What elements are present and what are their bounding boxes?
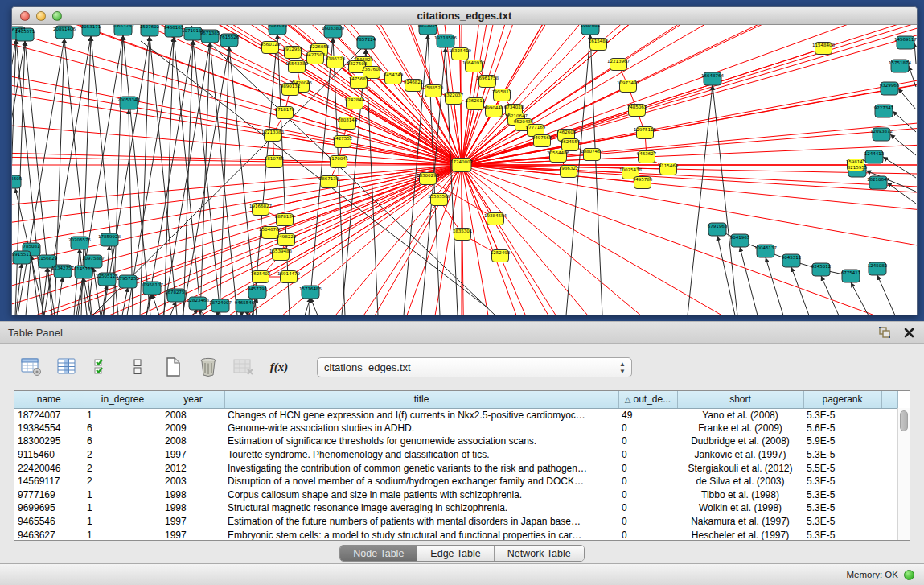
zoom-window-button[interactable] — [52, 11, 62, 21]
network-canvas[interactable]: 2063051140557120891406205317110653287152… — [12, 25, 917, 315]
svg-text:2226058: 2226058 — [310, 44, 330, 49]
svg-text:15533509: 15533509 — [428, 194, 450, 199]
svg-text:10653287: 10653287 — [112, 25, 134, 28]
svg-text:8322037: 8322037 — [444, 93, 464, 97]
table-selector-dropdown[interactable]: citations_edges.txt ▲▼ — [317, 357, 632, 377]
row-selection-button[interactable] — [90, 356, 114, 378]
close-panel-icon[interactable] — [901, 326, 916, 339]
column-header-short[interactable]: short — [677, 391, 803, 408]
column-header-name[interactable]: name — [14, 391, 84, 408]
table-row[interactable]: 1456911722003Disruption of a novel membe… — [14, 475, 897, 488]
float-panel-icon[interactable] — [877, 326, 892, 339]
cell-year: 1997 — [162, 448, 224, 462]
svg-text:19166827: 19166827 — [249, 204, 272, 208]
column-header-title[interactable]: title — [224, 391, 618, 408]
svg-text:15751874: 15751874 — [889, 60, 911, 65]
svg-text:9890132: 9890132 — [281, 84, 301, 89]
scrollbar-thumb[interactable] — [900, 410, 908, 431]
cell-short: Jankovic et al. (1997) — [677, 448, 803, 462]
table-row[interactable]: 946362711997Embryonic stem cells: a mode… — [14, 528, 897, 541]
cell-name: 9463627 — [14, 528, 84, 541]
svg-text:16648764: 16648764 — [701, 73, 724, 78]
svg-text:9915511: 9915511 — [12, 252, 31, 257]
new-file-button[interactable] — [161, 356, 185, 378]
table-row[interactable]: 2242004622012Investigating the contribut… — [14, 461, 897, 475]
table-row[interactable]: 1872400712008Changes of HCN gene express… — [14, 408, 897, 422]
svg-text:18325419: 18325419 — [449, 48, 471, 53]
cell-short: Hescheler et al. (1997) — [677, 528, 803, 541]
svg-text:17957255: 17957255 — [117, 276, 139, 281]
svg-text:16543382: 16543382 — [285, 61, 308, 66]
tab-network-table[interactable]: Network Table — [495, 546, 584, 561]
cell-short: Stergiakouli et al. (2012) — [677, 461, 803, 475]
svg-text:1588520: 1588520 — [424, 85, 444, 90]
svg-text:1405571: 1405571 — [15, 29, 35, 34]
column-header-_filler[interactable] — [881, 391, 897, 408]
svg-text:9427503: 9427503 — [306, 52, 326, 57]
delete-button[interactable] — [196, 356, 220, 378]
svg-text:785081: 785081 — [23, 244, 40, 249]
svg-text:17859928: 17859928 — [98, 234, 121, 239]
column-header-out_degree[interactable]: △out_de... — [618, 391, 677, 408]
delete-table-button-disabled — [232, 356, 256, 378]
tab-node-table[interactable]: Node Table — [340, 546, 417, 561]
svg-text:17240007: 17240007 — [450, 159, 473, 164]
cell-year: 2009 — [162, 422, 224, 435]
cell-title: Estimation of the future numbers of pati… — [224, 515, 618, 529]
svg-text:16961758: 16961758 — [476, 76, 499, 80]
sort-ascending-icon: △ — [625, 395, 631, 404]
cell-title: Tourette syndrome. Phenomenology and cla… — [224, 448, 618, 462]
cell-year: 1997 — [162, 528, 224, 541]
table-header-row: namein_degreeyeartitle△out_de...shortpag… — [14, 391, 897, 408]
svg-text:20053346: 20053346 — [117, 97, 140, 102]
network-window[interactable]: citations_edges.txt 20630511405571208914… — [11, 6, 918, 315]
cell-_filler — [881, 448, 897, 462]
svg-text:9115460: 9115460 — [659, 163, 679, 168]
svg-text:2367608: 2367608 — [362, 67, 382, 72]
rows-button[interactable] — [125, 356, 150, 378]
svg-text:1810755: 1810755 — [265, 156, 285, 161]
svg-text:9245012: 9245012 — [811, 264, 832, 269]
network-view[interactable]: 2063051140557120891406205317110653287152… — [12, 25, 917, 315]
cell-in_degree: 1 — [84, 528, 162, 541]
table-row[interactable]: 911546021997Tourette syndrome. Phenomeno… — [14, 448, 897, 462]
table-row[interactable]: 946554611997Estimation of the future num… — [14, 515, 897, 529]
cell-out_degree: 0 — [618, 448, 677, 462]
cell-short: Franke et al. (2009) — [677, 422, 803, 435]
table-panel-header: Table Panel — [0, 321, 924, 344]
column-visibility-button[interactable] — [55, 356, 79, 378]
svg-text:20891406: 20891406 — [53, 27, 76, 31]
table-row[interactable]: 1830029562008Estimation of significance … — [14, 435, 897, 448]
column-header-in_degree[interactable]: in_degree — [84, 391, 162, 408]
svg-text:9227341: 9227341 — [874, 105, 894, 110]
node-table[interactable]: namein_degreeyeartitle△out_de...shortpag… — [14, 390, 910, 541]
svg-text:9465546: 9465546 — [235, 300, 255, 305]
table-panel: Table Panel f(x) — [0, 321, 924, 563]
svg-text:6734028: 6734028 — [504, 105, 524, 109]
cell-out_degree: 49 — [618, 408, 677, 422]
svg-text:1145119: 1145119 — [74, 266, 94, 271]
node-table-grid: namein_degreeyeartitle△out_de...shortpag… — [14, 391, 898, 541]
svg-text:9671385: 9671385 — [200, 31, 220, 35]
table-row[interactable]: 977716911998Corpus callosum shape and si… — [14, 488, 897, 502]
svg-text:16782759: 16782759 — [165, 290, 187, 295]
cell-out_degree: 0 — [618, 528, 677, 541]
minimize-window-button[interactable] — [36, 11, 46, 21]
column-header-pagerank[interactable]: pagerank — [803, 391, 881, 408]
vertical-scrollbar[interactable] — [897, 408, 910, 540]
svg-text:1362615: 1362615 — [466, 98, 486, 103]
close-window-button[interactable] — [20, 11, 30, 21]
tab-edge-table[interactable]: Edge Table — [417, 546, 494, 561]
svg-text:12213383: 12213383 — [261, 130, 284, 134]
function-builder-button[interactable]: f(x) — [267, 356, 291, 378]
table-row[interactable]: 969969511998Structural magnetic resonanc… — [14, 501, 897, 515]
cell-year: 1998 — [162, 488, 224, 502]
svg-text:8215955: 8215955 — [848, 165, 868, 170]
table-settings-button[interactable] — [19, 356, 43, 378]
column-header-year[interactable]: year — [162, 391, 224, 408]
cell-title: Structural magnetic resonance image aver… — [224, 501, 618, 515]
window-titlebar[interactable]: citations_edges.txt — [12, 7, 917, 25]
table-row[interactable]: 1938455462009Genome-wide association stu… — [14, 422, 897, 435]
cell-short: Dudbridge et al. (2008) — [677, 435, 803, 448]
svg-text:8186328: 8186328 — [326, 56, 346, 61]
